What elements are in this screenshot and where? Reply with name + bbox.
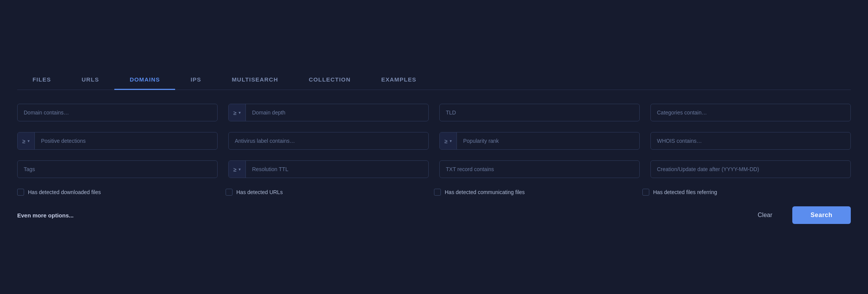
domain-contains-input[interactable] [17, 104, 218, 121]
positive-detections-input[interactable] [35, 132, 217, 149]
resolution-ttl-input[interactable] [246, 161, 428, 178]
filter-row-3: ≥ ▾ [17, 160, 851, 178]
popularity-rank-wrapper: ≥ ▾ [439, 132, 640, 150]
checkbox-has-detected-downloaded-box[interactable] [17, 189, 24, 196]
categories-contains-wrapper [650, 104, 851, 121]
creation-date-input[interactable] [650, 160, 851, 178]
filter-row-2: ≥ ▾ ≥ ▾ [17, 132, 851, 150]
popularity-rank-input[interactable] [457, 132, 639, 149]
popularity-rank-operator-select[interactable]: ≥ ▾ [440, 132, 457, 149]
whois-contains-input[interactable] [650, 132, 851, 150]
tab-multisearch[interactable]: MULTISEARCH [216, 70, 293, 90]
popularity-rank-chevron-icon: ▾ [450, 139, 452, 144]
action-buttons: Clear Search [746, 206, 851, 224]
positive-detections-wrapper: ≥ ▾ [17, 132, 218, 150]
main-container: FILES URLS DOMAINS IPS MULTISEARCH COLLE… [17, 55, 851, 239]
tab-collection[interactable]: COLLECTION [293, 70, 366, 90]
clear-button[interactable]: Clear [746, 206, 785, 224]
checkbox-has-detected-urls-box[interactable] [226, 189, 232, 196]
antivirus-label-wrapper [228, 132, 429, 150]
checkbox-has-detected-communicating-box[interactable] [434, 189, 441, 196]
checkbox-has-detected-downloaded-label: Has detected downloaded files [28, 189, 101, 195]
tags-wrapper [17, 160, 218, 178]
domain-depth-wrapper: ≥ ▾ [228, 104, 429, 121]
positive-detections-operator-select[interactable]: ≥ ▾ [18, 132, 35, 149]
checkbox-has-detected-urls-label: Has detected URLs [236, 189, 283, 195]
whois-contains-wrapper [650, 132, 851, 150]
tab-urls[interactable]: URLS [67, 70, 115, 90]
checkbox-has-detected-urls[interactable]: Has detected URLs [226, 189, 434, 196]
txt-record-wrapper [439, 160, 640, 178]
resolution-ttl-operator-select[interactable]: ≥ ▾ [229, 161, 246, 178]
domain-depth-chevron-icon: ▾ [239, 110, 241, 115]
positive-detections-operator-label: ≥ [22, 138, 25, 144]
positive-detections-chevron-icon: ▾ [28, 139, 30, 144]
more-options-link[interactable]: Even more options... [17, 212, 74, 219]
categories-contains-input[interactable] [650, 104, 851, 121]
tags-input[interactable] [17, 160, 218, 178]
domain-depth-operator-select[interactable]: ≥ ▾ [229, 104, 246, 121]
checkbox-has-detected-referring[interactable]: Has detected files referring [642, 189, 851, 196]
popularity-rank-operator-label: ≥ [444, 138, 447, 144]
checkbox-has-detected-referring-label: Has detected files referring [653, 189, 717, 195]
checkbox-has-detected-referring-box[interactable] [642, 189, 649, 196]
resolution-ttl-wrapper: ≥ ▾ [228, 160, 429, 178]
domain-depth-operator-label: ≥ [233, 109, 236, 116]
checkbox-has-detected-downloaded[interactable]: Has detected downloaded files [17, 189, 226, 196]
tab-examples[interactable]: EXAMPLES [366, 70, 432, 90]
txt-record-input[interactable] [439, 160, 640, 178]
tld-input[interactable] [439, 104, 640, 121]
tab-ips[interactable]: IPS [175, 70, 216, 90]
checkbox-row: Has detected downloaded files Has detect… [17, 189, 851, 196]
tab-domains[interactable]: DOMAINS [114, 70, 175, 90]
tld-wrapper [439, 104, 640, 121]
antivirus-label-input[interactable] [228, 132, 429, 150]
creation-date-wrapper [650, 160, 851, 178]
tab-files[interactable]: FILES [17, 70, 67, 90]
domain-contains-wrapper [17, 104, 218, 121]
tab-bar: FILES URLS DOMAINS IPS MULTISEARCH COLLE… [17, 70, 851, 90]
resolution-ttl-operator-label: ≥ [233, 166, 236, 173]
search-button[interactable]: Search [792, 206, 851, 224]
checkbox-has-detected-communicating-label: Has detected communicating files [445, 189, 525, 195]
resolution-ttl-chevron-icon: ▾ [239, 167, 241, 172]
filter-row-1: ≥ ▾ [17, 104, 851, 121]
domain-depth-input[interactable] [246, 104, 428, 121]
checkbox-has-detected-communicating[interactable]: Has detected communicating files [434, 189, 642, 196]
bottom-row: Even more options... Clear Search [17, 206, 851, 224]
